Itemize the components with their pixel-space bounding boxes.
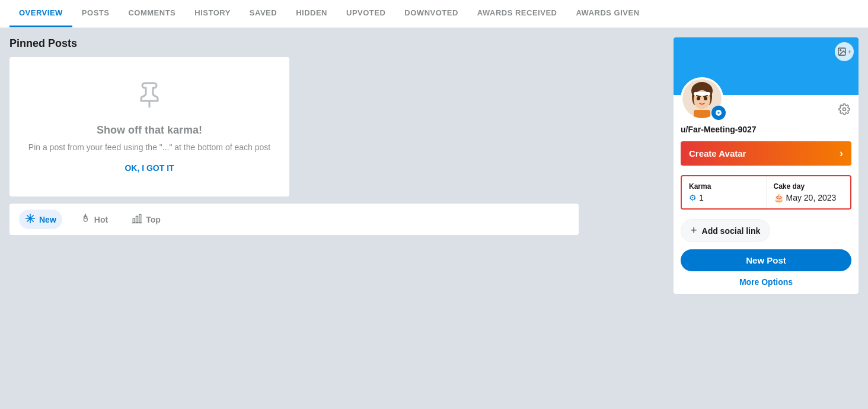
create-avatar-label: Create Avatar xyxy=(689,148,746,158)
tab-saved[interactable]: SAVED xyxy=(240,0,286,27)
profile-info: u/Far-Meeting-9027 Create Avatar › Karma… xyxy=(674,120,859,294)
pin-icon xyxy=(135,81,164,115)
svg-point-21 xyxy=(843,108,846,111)
svg-rect-1 xyxy=(133,218,135,223)
right-sidebar: + xyxy=(674,37,859,294)
pin-card-description: Pin a post from your feed using the "...… xyxy=(28,141,270,154)
sort-hot-label: Hot xyxy=(94,215,108,224)
sort-bar: New Hot xyxy=(9,204,579,235)
tab-overview[interactable]: OVERVIEW xyxy=(9,0,72,27)
sort-top-label: Top xyxy=(146,215,161,224)
tab-awards-received[interactable]: AWARDS RECEIVED xyxy=(468,0,567,27)
sort-new-button[interactable]: New xyxy=(19,210,62,229)
pin-card-title: Show off that karma! xyxy=(97,124,202,137)
bar-chart-icon xyxy=(132,213,142,226)
username: u/Far-Meeting-9027 xyxy=(681,125,851,134)
tab-posts[interactable]: POSTS xyxy=(72,0,119,27)
profile-card: + xyxy=(674,37,859,294)
tab-awards-given[interactable]: AWARDS GIVEN xyxy=(566,0,649,27)
snowflake-icon xyxy=(25,213,36,226)
sort-hot-button[interactable]: Hot xyxy=(74,210,114,229)
sort-new-label: New xyxy=(39,215,56,224)
pinned-posts-title: Pinned Posts xyxy=(9,37,659,50)
tab-comments[interactable]: COMMENTS xyxy=(119,0,185,27)
avatar-wrapper xyxy=(681,77,723,120)
new-post-button[interactable]: New Post xyxy=(681,249,851,271)
add-social-link-button[interactable]: + Add social link xyxy=(681,219,770,242)
svg-rect-2 xyxy=(136,216,138,223)
avatar-edit-button[interactable] xyxy=(711,106,726,120)
add-social-label: Add social link xyxy=(702,226,761,236)
cake-day-label: Cake day xyxy=(774,182,844,191)
more-options-link[interactable]: More Options xyxy=(681,277,851,287)
main-layout: Pinned Posts Show off that karma! Pin a … xyxy=(0,28,868,294)
sort-top-button[interactable]: Top xyxy=(126,210,167,229)
karma-label: Karma xyxy=(689,182,759,191)
cake-day-value: 🎂 May 20, 2023 xyxy=(774,193,844,202)
pin-card: Show off that karma! Pin a post from you… xyxy=(9,57,289,196)
tab-upvoted[interactable]: UPVOTED xyxy=(337,0,395,27)
tab-hidden[interactable]: HIDDEN xyxy=(286,0,337,27)
svg-point-6 xyxy=(840,50,841,51)
tab-downvoted[interactable]: DOWNVOTED xyxy=(395,0,467,27)
svg-rect-17 xyxy=(694,110,710,118)
svg-rect-3 xyxy=(139,214,141,223)
tab-history[interactable]: HISTORY xyxy=(185,0,240,27)
cake-day-date: May 20, 2023 xyxy=(786,193,837,202)
cake-section: Cake day 🎂 May 20, 2023 xyxy=(767,176,851,208)
svg-rect-12 xyxy=(694,92,710,96)
chevron-right-icon: › xyxy=(840,147,843,160)
karma-section: Karma ⚙ 1 xyxy=(682,176,767,208)
flame-icon xyxy=(80,213,91,226)
cake-icon: 🎂 xyxy=(774,193,784,202)
settings-button[interactable] xyxy=(835,100,854,119)
karma-icon: ⚙ xyxy=(689,193,697,202)
svg-point-14 xyxy=(704,97,707,100)
left-content: Pinned Posts Show off that karma! Pin a … xyxy=(9,37,659,294)
plus-icon: + xyxy=(691,224,697,237)
nav-tabs: OVERVIEW POSTS COMMENTS HISTORY SAVED HI… xyxy=(0,0,868,28)
create-avatar-button[interactable]: Create Avatar › xyxy=(681,141,851,166)
svg-point-13 xyxy=(697,97,700,100)
add-cover-button[interactable]: + xyxy=(835,42,854,61)
karma-value: ⚙ 1 xyxy=(689,193,759,202)
karma-cake-row: Karma ⚙ 1 Cake day 🎂 May 20, 2023 xyxy=(681,175,851,210)
karma-number: 1 xyxy=(699,193,704,202)
pin-card-action-button[interactable]: OK, I GOT IT xyxy=(125,163,174,173)
